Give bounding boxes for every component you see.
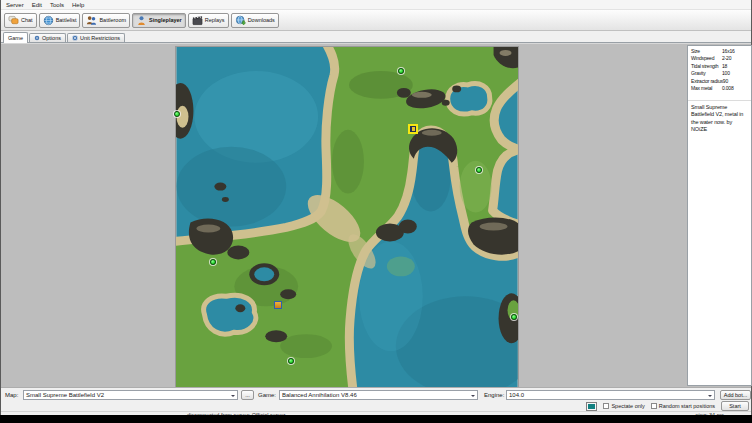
info-value: 18 [722,63,748,69]
engine-label: Engine: [484,392,504,398]
info-label: Extractor radius [691,78,723,84]
chat-icon [8,15,19,26]
tab-game[interactable]: Game [3,32,28,43]
info-row: Extractor radius90 [688,76,751,84]
random-start-positions-label: Random start positions [659,403,715,409]
engine-select[interactable]: 104.0 [506,390,715,400]
content-area: Size16x16 Windspeed2-20 Tidal strength18… [1,43,751,387]
battle-subtabs: Game Options Unit Restrictions [1,31,751,43]
film-icon [192,15,203,26]
map-select-value: Small Supreme Battlefield V2 [26,392,104,398]
chevron-down-icon [231,395,235,399]
info-label: Windspeed [691,55,722,61]
restrictions-icon [72,35,78,42]
selected-start-position-marker[interactable] [408,124,418,134]
info-value: 0.008 [722,85,748,91]
menu-tools[interactable]: Tools [50,2,64,8]
start-button[interactable]: Start [721,401,749,411]
game-label: Game: [258,392,276,398]
info-value: 90 [723,78,748,84]
tab-unit-restrictions[interactable]: Unit Restrictions [67,33,125,42]
info-label: Tidal strength [691,63,722,69]
tab-chat[interactable]: Chat [4,13,37,28]
bot-marker[interactable] [274,301,282,309]
map-label: Map: [5,392,18,398]
spectate-only-checkbox[interactable]: Spectate only [603,403,644,409]
engine-select-value: 104.0 [509,392,524,398]
main-toolbar: Chat Battlelist Battleroom Singleplayer … [1,10,751,31]
tab-singleplayer[interactable]: Singleplayer [132,13,186,28]
lobby-window: Server Edit Tools Help Chat Battlelist B… [0,0,752,415]
chevron-down-icon [708,395,712,399]
tab-options-label: Options [42,35,61,41]
start-positions-layer [176,47,518,388]
start-position-marker[interactable] [174,111,180,117]
info-row: Size16x16 [688,46,751,54]
menu-bar: Server Edit Tools Help [1,0,751,10]
map-info-panel: Size16x16 Windspeed2-20 Tidal strength18… [687,45,752,386]
info-value: 100 [722,70,748,76]
start-position-marker[interactable] [288,358,294,364]
letterbox-bar [0,415,752,423]
player-color-swatch[interactable] [586,402,597,411]
tab-game-label: Game [8,35,23,41]
map-preview[interactable] [176,47,518,388]
start-position-marker[interactable] [210,259,216,265]
start-options-row: Spectate only Random start positions Sta… [586,401,749,411]
tab-options[interactable]: Options [29,33,66,42]
tab-replays-label: Replays [205,17,225,23]
options-gear-icon [34,35,40,42]
spectate-only-label: Spectate only [611,403,644,409]
start-position-marker[interactable] [511,314,517,320]
menu-edit[interactable]: Edit [32,2,42,8]
tab-battlelist[interactable]: Battlelist [39,13,81,28]
chevron-down-icon [471,395,475,399]
tab-battleroom[interactable]: Battleroom [82,13,130,28]
random-start-positions-checkbox[interactable]: Random start positions [651,403,715,409]
tab-downloads-label: Downloads [248,17,275,23]
person-icon [136,15,147,26]
map-browse-button[interactable]: ... [241,390,254,400]
tab-unit-restrictions-label: Unit Restrictions [80,35,120,41]
globe-icon [43,15,54,26]
map-description: Small Supreme Battlefield V2, metal in t… [688,100,751,137]
info-label: Gravity [691,70,722,76]
info-row: Windspeed2-20 [688,54,751,62]
people-icon [86,15,97,26]
start-position-marker[interactable] [476,167,482,173]
download-globe-icon [235,15,246,26]
tab-battleroom-label: Battleroom [99,17,126,23]
info-label: Max metal [691,85,722,91]
info-row: Tidal strength18 [688,61,751,69]
start-position-marker[interactable] [398,68,404,74]
menu-server[interactable]: Server [6,2,24,8]
info-row: Max metal0.008 [688,84,751,92]
tab-replays[interactable]: Replays [188,13,229,28]
info-value: 2-20 [722,55,748,61]
add-bot-button[interactable]: Add bot... [720,390,751,400]
info-row: Gravity100 [688,69,751,77]
map-select[interactable]: Small Supreme Battlefield V2 [23,390,238,400]
tab-battlelist-label: Battlelist [56,17,77,23]
tab-downloads[interactable]: Downloads [231,13,279,28]
battle-setup-bar: Map: Small Supreme Battlefield V2 ... Ga… [1,387,751,411]
tab-chat-label: Chat [21,17,33,23]
info-value: 16x16 [722,48,748,54]
menu-help[interactable]: Help [72,2,84,8]
game-select[interactable]: Balanced Annihilation V8.46 [279,390,478,400]
game-select-value: Balanced Annihilation V8.46 [282,392,357,398]
checkbox-icon [603,403,609,409]
info-label: Size [691,48,722,54]
tab-singleplayer-label: Singleplayer [149,17,182,23]
checkbox-icon [651,403,657,409]
